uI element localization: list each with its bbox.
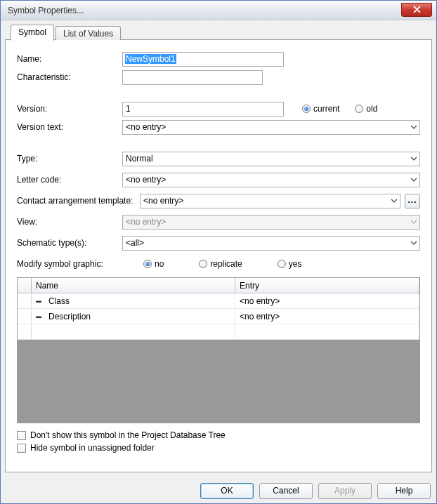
cell-entry[interactable]: <no entry>: [235, 309, 419, 324]
schematic-types-combo[interactable]: <all>: [122, 236, 420, 251]
checkbox-dont-show-label: Don't show this symbol in the Project Da…: [30, 430, 226, 440]
contact-template-combo[interactable]: <no entry>: [140, 194, 400, 208]
row-handle[interactable]: [18, 324, 32, 339]
divider: [17, 92, 420, 93]
row-handle[interactable]: [18, 309, 32, 324]
modify-graphic-label: Modify symbol graphic:: [17, 259, 122, 269]
name-input[interactable]: NewSymbol1: [122, 52, 284, 67]
chevron-down-icon: [411, 177, 417, 183]
characteristic-label: Characteristic:: [17, 72, 122, 82]
chevron-down-icon: [411, 240, 417, 246]
ok-button[interactable]: OK: [200, 483, 254, 499]
radio-current[interactable]: current: [302, 104, 339, 114]
radio-dot-icon: [143, 260, 152, 268]
tab-symbol[interactable]: Symbol: [11, 25, 54, 41]
tab-list-of-values[interactable]: List of Values: [56, 26, 121, 40]
chevron-down-icon: [411, 124, 417, 130]
col-name-header[interactable]: Name: [32, 278, 235, 293]
chevron-down-icon: [411, 156, 417, 161]
close-icon: [413, 6, 421, 13]
radio-yes-label: yes: [289, 259, 302, 269]
table-body: ▬ Class <no entry> ▬ Description <no ent…: [18, 293, 419, 340]
schematic-types-label: Schematic type(s):: [17, 238, 122, 248]
row-handle-header: [18, 278, 32, 293]
cell-entry[interactable]: <no entry>: [235, 293, 419, 308]
radio-dot-icon: [278, 260, 286, 268]
radio-dot-icon: [355, 105, 363, 113]
letter-code-combo[interactable]: <no entry>: [122, 173, 420, 187]
table-row-empty[interactable]: [18, 324, 419, 340]
link-icon: ▬: [36, 313, 44, 319]
browse-button[interactable]: ...: [405, 194, 420, 208]
type-label: Type:: [17, 154, 122, 164]
version-label: Version:: [17, 104, 122, 114]
version-text-combo[interactable]: <no entry>: [122, 120, 420, 135]
link-icon: ▬: [36, 298, 44, 304]
table-header: Name Entry: [18, 278, 419, 293]
table-filler: [18, 340, 419, 423]
col-entry-header[interactable]: Entry: [235, 278, 419, 293]
tab-panel: Name: NewSymbol1 // selection highlight …: [5, 39, 432, 472]
checkbox-hide-unassigned-label: Hide symbol in unassigned folder: [30, 443, 155, 453]
radio-yes[interactable]: yes: [278, 259, 302, 269]
letter-code-label: Letter code:: [17, 175, 122, 185]
chevron-down-icon: [391, 198, 397, 204]
contact-template-label: Contact arrangement template:: [17, 196, 140, 206]
name-label: Name:: [17, 54, 122, 64]
checkbox-hide-unassigned[interactable]: [17, 444, 26, 453]
view-combo: <no entry>: [122, 215, 420, 230]
titlebar: Symbol Properties...: [1, 1, 436, 20]
button-bar: OK Cancel Apply Help: [1, 478, 436, 503]
radio-dot-icon: [302, 105, 311, 113]
checkbox-dont-show[interactable]: [17, 431, 26, 440]
row-handle[interactable]: [18, 293, 32, 308]
chevron-down-icon: [411, 219, 417, 225]
characteristic-input[interactable]: [122, 70, 263, 85]
table-row[interactable]: ▬ Class <no entry>: [18, 293, 419, 309]
radio-old[interactable]: old: [355, 104, 377, 114]
version-input[interactable]: [122, 102, 284, 117]
radio-old-label: old: [366, 104, 377, 114]
tabstrip: Symbol List of Values: [11, 25, 432, 40]
view-label: View:: [17, 217, 122, 227]
radio-replicate[interactable]: replicate: [199, 259, 242, 269]
symbol-properties-dialog: Symbol Properties... Symbol List of Valu…: [0, 0, 437, 504]
radio-current-label: current: [313, 104, 339, 114]
divider: [17, 142, 420, 142]
close-button[interactable]: [401, 3, 432, 17]
version-text-label: Version text:: [17, 122, 122, 132]
properties-table: Name Entry ▬ Class <no entry>: [17, 277, 420, 423]
cancel-button[interactable]: Cancel: [259, 483, 313, 499]
table-row[interactable]: ▬ Description <no entry>: [18, 309, 419, 324]
window-title: Symbol Properties...: [8, 6, 401, 15]
radio-dot-icon: [199, 260, 207, 268]
type-combo[interactable]: Normal: [122, 152, 420, 166]
client-area: Symbol List of Values Name: NewSymbol1 /…: [1, 20, 436, 478]
radio-replicate-label: replicate: [210, 259, 242, 269]
cell-name[interactable]: ▬ Class: [32, 293, 235, 308]
help-button[interactable]: Help: [377, 483, 431, 499]
apply-button: Apply: [318, 483, 372, 499]
cell-name[interactable]: ▬ Description: [32, 309, 235, 324]
radio-no-label: no: [155, 259, 164, 269]
radio-no[interactable]: no: [143, 259, 164, 269]
